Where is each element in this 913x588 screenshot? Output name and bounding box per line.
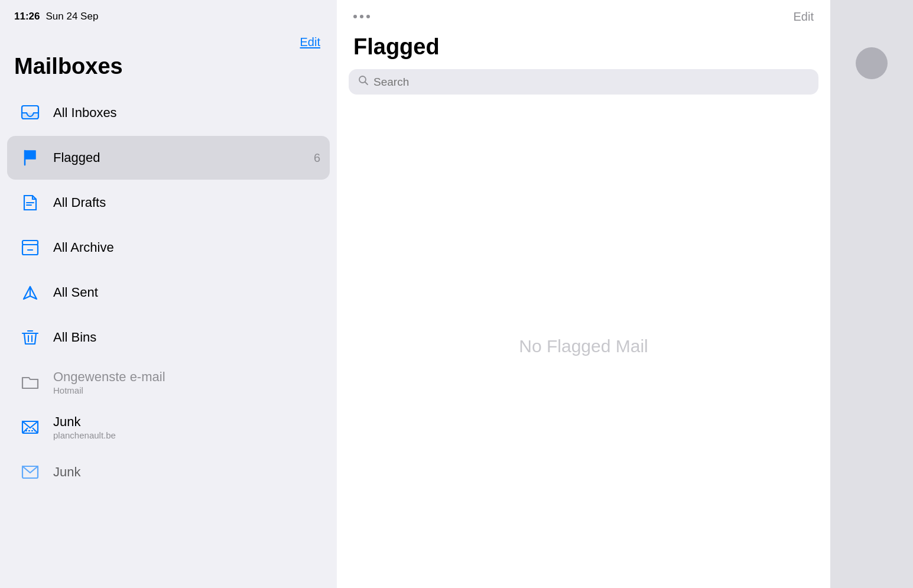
svg-line-10 [365,82,368,85]
mailbox-badge: 6 [314,151,320,165]
svg-line-6 [33,428,38,433]
mailbox-item-all-archive[interactable]: All Archive [7,226,330,269]
mailbox-label: All Archive [53,240,320,255]
flag-icon [17,144,44,171]
dot-2 [360,15,363,18]
far-right-panel [830,0,913,588]
no-mail-message: No Flagged Mail [337,104,830,588]
search-bar-container [337,69,830,104]
mailbox-item-ongewenste-email[interactable]: Ongewenste e-mail Hotmail [7,360,330,404]
mailbox-item-junk-planchenault[interactable]: Junk planchenault.be [7,405,330,449]
mailbox-list: All Inboxes Flagged 6 All Draft [0,91,337,588]
mailbox-item-flagged[interactable]: Flagged 6 [7,136,330,180]
mailboxes-edit-button[interactable]: Edit [300,35,320,49]
mailbox-label: All Bins [53,330,320,345]
trash-icon [17,324,44,351]
flagged-title: Flagged [353,34,814,60]
junk-icon [17,414,44,441]
sent-icon [17,279,44,306]
status-date: Sun 24 Sep [46,11,98,22]
mailbox-label: Flagged [53,150,314,165]
status-bar: 11:26 Sun 24 Sep [0,0,337,30]
flagged-edit-button[interactable]: Edit [794,10,814,24]
mailbox-sublabel: Hotmail [53,385,320,395]
inbox-icon [17,99,44,126]
status-time: 11:26 [14,11,40,22]
mailbox-item-all-bins[interactable]: All Bins [7,316,330,359]
three-dots [353,15,370,18]
mailbox-item-all-sent[interactable]: All Sent [7,271,330,314]
mailboxes-panel: 11:26 Sun 24 Sep Edit Mailboxes All Inbo… [0,0,337,588]
mailbox-item-junk-bottom[interactable]: Junk [7,450,330,494]
mailbox-label: All Sent [53,285,320,300]
folder-icon [17,369,44,396]
mailbox-label: All Inboxes [53,105,320,121]
right-header-bar: Edit [337,0,830,30]
mailbox-label: Junk [53,464,320,480]
draft-icon [17,189,44,216]
mailbox-label: Ongewenste e-mail [53,369,320,385]
search-icon [358,75,369,89]
dot-1 [353,15,357,18]
mailbox-label: Junk [53,414,320,430]
mailbox-label: All Drafts [53,195,320,210]
flagged-panel: Edit Flagged No Flagged Mail [337,0,830,588]
mailbox-item-all-drafts[interactable]: All Drafts [7,181,330,225]
mailbox-sublabel: planchenault.be [53,430,320,440]
mailbox-text-group: Junk planchenault.be [53,414,320,440]
dot-3 [366,15,370,18]
junk-icon-blue [17,459,44,486]
mailbox-item-all-inboxes[interactable]: All Inboxes [7,91,330,135]
avatar [856,47,888,79]
archive-icon [17,234,44,261]
search-input[interactable] [373,76,809,89]
right-title-bar: Flagged [337,30,830,69]
left-header: Edit [0,30,337,49]
search-bar[interactable] [349,69,818,95]
mailboxes-title: Mailboxes [0,49,337,91]
mailbox-text-group: Ongewenste e-mail Hotmail [53,369,320,395]
